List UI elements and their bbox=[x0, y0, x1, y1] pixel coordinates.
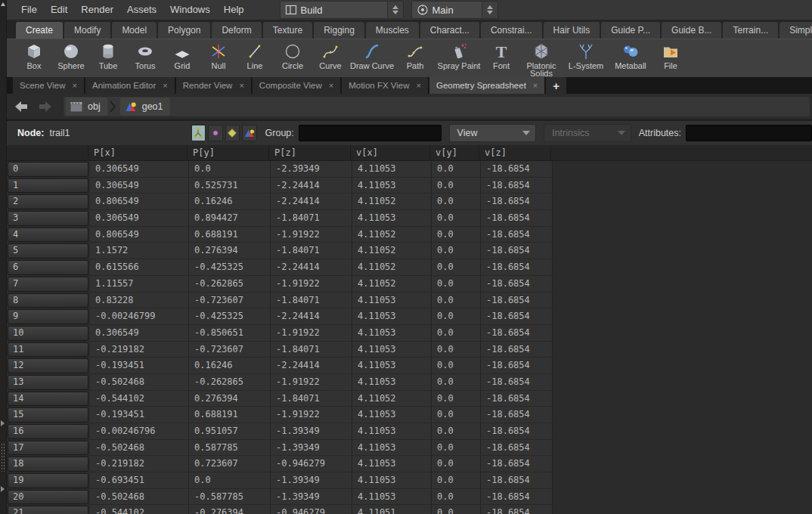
close-icon[interactable]: × bbox=[239, 81, 243, 90]
close-icon[interactable]: × bbox=[417, 81, 421, 90]
tool-file[interactable]: File bbox=[652, 39, 689, 70]
close-icon[interactable]: × bbox=[163, 81, 167, 90]
close-icon[interactable]: × bbox=[533, 81, 538, 90]
spreadsheet-body[interactable]: 00.3065490.0-2.393494.110530.0-18.685410… bbox=[7, 161, 812, 514]
shelf-tab-simple-fx[interactable]: Simple FX bbox=[779, 22, 812, 39]
pane-tab-composite-view[interactable]: Composite View× bbox=[253, 77, 340, 94]
cell-v-z-row-14: -18.6854 bbox=[481, 391, 553, 407]
group-input[interactable] bbox=[299, 125, 442, 141]
path-breadcrumb: objgeo1 bbox=[63, 96, 810, 117]
path-segment-label: obj bbox=[88, 101, 101, 112]
tool-circle[interactable]: Circle bbox=[273, 39, 312, 70]
tool-metaball[interactable]: Metaball bbox=[609, 39, 652, 70]
pane-tab-scene-view[interactable]: Scene View× bbox=[13, 77, 84, 94]
shelf-tab-muscles[interactable]: Muscles bbox=[366, 22, 419, 39]
table-row: 10.3065490.525731-2.244144.110530.0-18.6… bbox=[7, 178, 812, 194]
points-mode-icon[interactable] bbox=[208, 125, 223, 141]
cell-v-y-row-18: 0.0 bbox=[432, 456, 481, 472]
row-number: 1 bbox=[8, 178, 88, 194]
back-arrow-icon[interactable] bbox=[11, 98, 31, 115]
shelf-tab-deform[interactable]: Deform bbox=[212, 22, 261, 39]
pane-tab-geometry-spreadsheet[interactable]: Geometry Spreadsheet× bbox=[429, 77, 544, 94]
obj-network-icon bbox=[70, 100, 83, 113]
tool-tube[interactable]: Tube bbox=[90, 39, 126, 70]
pane-expand-right-icon[interactable] bbox=[1, 486, 5, 492]
row-number: 17 bbox=[8, 441, 88, 456]
shelf-tab-rigging[interactable]: Rigging bbox=[314, 22, 364, 39]
tool-box[interactable]: Box bbox=[16, 39, 52, 70]
tool-font[interactable]: TFont bbox=[483, 39, 519, 70]
cell-p-y-row-5: 0.276394 bbox=[189, 243, 271, 259]
pane-tab-animation-editor[interactable]: Animation Editor× bbox=[85, 77, 175, 94]
primitives-mode-icon[interactable] bbox=[225, 125, 240, 141]
add-pane-tab-button[interactable]: + bbox=[546, 77, 566, 94]
intrinsics-dropdown[interactable]: Intrinsics bbox=[544, 124, 631, 142]
tool-torus[interactable]: Torus bbox=[126, 39, 164, 70]
table-row: 17-0.5024680.587785-1.393494.110530.0-18… bbox=[7, 440, 812, 457]
menu-help[interactable]: Help bbox=[217, 0, 251, 20]
row-filler bbox=[553, 456, 812, 472]
path-segment-geo1[interactable]: geo1 bbox=[120, 98, 170, 116]
cell-p-z-row-4: -1.91922 bbox=[271, 227, 352, 243]
desktop-selector-spinner[interactable] bbox=[387, 2, 403, 18]
tool-platonic-solids[interactable]: Platonic Solids bbox=[519, 39, 563, 77]
tool-draw-curve[interactable]: Draw Curve bbox=[349, 39, 395, 70]
platonic-solids-icon bbox=[532, 42, 551, 61]
cell-p-z-row-0: -2.39349 bbox=[271, 161, 352, 178]
row-number: 3 bbox=[8, 211, 88, 226]
radial-menu-spinner[interactable] bbox=[482, 2, 497, 18]
shelf-tab-model[interactable]: Model bbox=[112, 22, 157, 39]
tool-label: Null bbox=[212, 62, 226, 70]
menu-assets[interactable]: Assets bbox=[120, 0, 163, 20]
follow-node-tree-button[interactable] bbox=[191, 125, 206, 141]
desktop-selector[interactable]: Build bbox=[280, 1, 404, 19]
menu-windows[interactable]: Windows bbox=[163, 0, 217, 20]
pane-tab-label: Scene View bbox=[20, 81, 66, 90]
shelf-tab-guide-p[interactable]: Guide P... bbox=[601, 22, 660, 39]
tool-curve[interactable]: Curve bbox=[312, 39, 349, 70]
row-number: 18 bbox=[8, 457, 88, 472]
cell-v-z-row-9: -18.6854 bbox=[481, 308, 553, 325]
pane-splitter-strip[interactable] bbox=[0, 0, 7, 514]
shelf-tab-texture[interactable]: Texture bbox=[263, 22, 312, 39]
tool-grid[interactable]: Grid bbox=[164, 39, 200, 70]
radial-menu-selector[interactable]: Main bbox=[411, 1, 498, 19]
menu-file[interactable]: File bbox=[14, 0, 44, 20]
desktop-layout-icon bbox=[285, 4, 297, 16]
row-filler bbox=[553, 489, 812, 506]
shelf-tab-modify[interactable]: Modify bbox=[64, 22, 110, 39]
shelf-tab-create[interactable]: Create bbox=[16, 22, 63, 39]
tool-spray-paint[interactable]: Spray Paint bbox=[435, 39, 483, 70]
menu-edit[interactable]: Edit bbox=[44, 0, 74, 20]
close-icon[interactable]: × bbox=[73, 81, 77, 90]
pane-expand-right-icon[interactable] bbox=[1, 420, 5, 426]
row-number: 19 bbox=[8, 473, 88, 488]
tool-null[interactable]: Null bbox=[200, 39, 237, 70]
shelf-tab-hair-utils[interactable]: Hair Utils bbox=[544, 22, 600, 39]
pane-expand-up-icon[interactable] bbox=[1, 2, 5, 6]
tool-label: Platonic Solids bbox=[522, 62, 561, 77]
tool-line[interactable]: Line bbox=[237, 39, 273, 70]
view-dropdown[interactable]: View bbox=[449, 124, 537, 142]
path-segment-obj[interactable]: obj bbox=[66, 98, 107, 116]
shelf-tab-polygon[interactable]: Polygon bbox=[158, 22, 210, 39]
shelf-tab-guide-b[interactable]: Guide B... bbox=[662, 22, 721, 39]
menu-render[interactable]: Render bbox=[74, 0, 120, 20]
pane-tab-motion-fx-view[interactable]: Motion FX View× bbox=[342, 77, 428, 94]
tool-l-system[interactable]: L-System bbox=[563, 39, 609, 70]
splitter-grip-handle[interactable] bbox=[1, 443, 5, 472]
tool-path[interactable]: Path bbox=[395, 39, 435, 70]
close-icon[interactable]: × bbox=[329, 81, 333, 90]
shelf-tab-constrai[interactable]: Constrai... bbox=[481, 22, 542, 39]
attributes-input[interactable] bbox=[686, 125, 812, 141]
shelf-tab-charact[interactable]: Charact... bbox=[420, 22, 479, 39]
cell-v-x-row-0: 4.11053 bbox=[352, 161, 432, 178]
forward-arrow-icon[interactable] bbox=[36, 98, 55, 115]
cell-v-y-row-4: 0.0 bbox=[432, 227, 481, 243]
tool-sphere[interactable]: Sphere bbox=[52, 39, 90, 70]
grid-icon bbox=[172, 42, 192, 61]
pane-tab-render-view[interactable]: Render View× bbox=[176, 77, 251, 94]
geometry-mode-icon[interactable] bbox=[242, 125, 257, 141]
shelf-tab-terrain[interactable]: Terrain... bbox=[723, 22, 778, 39]
cell-v-x-row-11: 4.11053 bbox=[352, 342, 432, 358]
